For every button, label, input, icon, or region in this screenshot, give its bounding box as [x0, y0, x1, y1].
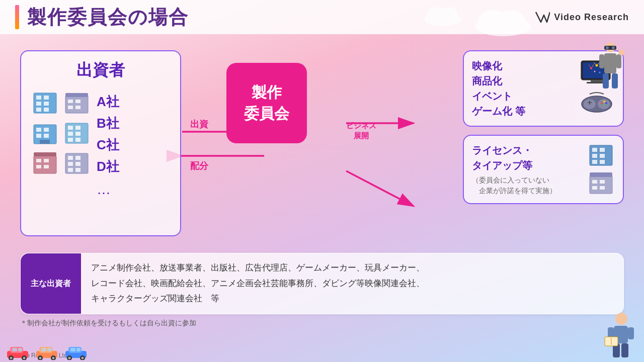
logo-text: Video Research	[554, 12, 629, 23]
svg-rect-24	[75, 106, 80, 109]
svg-point-117	[82, 357, 84, 359]
svg-rect-32	[68, 126, 73, 130]
svg-rect-85	[600, 148, 605, 152]
svg-rect-16	[44, 102, 49, 106]
note-line-2: レコード会社、映画配給会社、アニメ企画会社芸能事務所、ダビング等映像関連会社、	[91, 279, 425, 288]
building-icon-6	[63, 151, 91, 176]
svg-rect-13	[36, 96, 41, 100]
svg-rect-14	[44, 96, 49, 100]
person-icon	[595, 41, 625, 97]
building-icon-2	[63, 90, 91, 116]
company-labels: A社 B社 C社 D社 …	[97, 90, 119, 198]
arrow-label-invest: 出資	[190, 118, 208, 130]
svg-rect-28	[36, 134, 41, 138]
svg-rect-20	[65, 93, 88, 97]
reading-person-icon	[594, 310, 634, 360]
svg-rect-21	[68, 100, 73, 103]
svg-rect-103	[18, 348, 22, 351]
svg-point-109	[52, 357, 55, 359]
svg-rect-22	[75, 100, 80, 103]
arrow-label-distribute: 配分	[190, 160, 208, 172]
footer-note: ＊制作会社が制作依頼を受けるもしくは自ら出資に参加	[20, 319, 196, 328]
svg-rect-119	[76, 348, 80, 351]
logo-icon	[534, 10, 550, 24]
cloud-decoration-2	[423, 4, 463, 26]
svg-rect-19	[65, 96, 88, 113]
svg-rect-23	[68, 106, 73, 109]
svg-rect-33	[75, 126, 80, 130]
svg-rect-15	[36, 102, 41, 106]
svg-rect-34	[68, 132, 73, 136]
main-content: 出資 配分 ビジネス展開 出資者	[20, 40, 624, 352]
svg-rect-88	[592, 160, 597, 164]
svg-point-99	[10, 357, 13, 359]
svg-rect-30	[40, 140, 50, 144]
page-title: 製作委員会の場合	[27, 5, 189, 30]
committee-box: 製作 委員会	[226, 63, 307, 143]
svg-rect-111	[47, 348, 51, 351]
car-icon-2	[34, 344, 59, 360]
arrow-label-biz: ビジネス展開	[346, 121, 376, 140]
right-box-2-title: ライセンス・タイアップ等	[472, 143, 556, 173]
svg-rect-92	[592, 180, 597, 184]
svg-rect-26	[36, 128, 41, 132]
header: 製作委員会の場合 Video Research	[0, 0, 644, 34]
logo-area: Video Research	[534, 10, 629, 24]
svg-rect-49	[68, 168, 73, 172]
svg-rect-86	[592, 154, 597, 158]
svg-rect-91	[590, 172, 612, 177]
svg-rect-38	[34, 156, 56, 173]
svg-point-69	[601, 102, 603, 104]
building-icon-right-2	[587, 171, 615, 196]
svg-point-2	[497, 10, 525, 30]
investors-title: 出資者	[31, 59, 170, 81]
svg-rect-75	[599, 54, 604, 68]
svg-point-72	[603, 101, 605, 103]
svg-point-5	[440, 7, 458, 21]
building-icon-right-1	[587, 143, 615, 168]
svg-point-115	[68, 357, 71, 359]
company-D: D社	[97, 158, 119, 175]
building-icon-5	[31, 151, 59, 176]
svg-rect-77	[603, 73, 609, 88]
title-accent	[15, 5, 19, 29]
person-bottom-right	[594, 310, 634, 362]
svg-rect-45	[68, 156, 73, 160]
svg-point-79	[618, 49, 624, 55]
svg-rect-17	[36, 108, 41, 112]
company-dots: …	[97, 182, 119, 198]
svg-rect-89	[600, 160, 605, 164]
svg-rect-37	[75, 138, 80, 142]
building-icon-3	[31, 121, 59, 146]
svg-rect-84	[592, 148, 597, 152]
investors-box: 出資者	[20, 50, 181, 236]
company-A: A社	[97, 93, 119, 111]
committee-text: 製作 委員会	[244, 82, 289, 124]
svg-rect-43	[34, 152, 56, 156]
note-line-3: キャラクターグッズ関連会社 等	[91, 294, 219, 303]
svg-point-101	[23, 357, 26, 359]
svg-rect-118	[70, 348, 75, 351]
svg-rect-35	[75, 132, 80, 136]
svg-rect-39	[36, 159, 41, 162]
note-label: 主な出資者	[21, 253, 81, 314]
svg-rect-50	[75, 168, 80, 172]
company-C: C社	[97, 136, 119, 154]
svg-point-70	[603, 104, 605, 106]
svg-rect-76	[616, 54, 621, 68]
svg-rect-95	[600, 186, 605, 190]
diagram-area: 出資 配分 ビジネス展開 出資者	[20, 50, 624, 246]
svg-rect-18	[44, 108, 49, 112]
svg-rect-74	[604, 53, 616, 73]
svg-point-120	[615, 313, 627, 325]
svg-rect-40	[44, 159, 49, 162]
right-box-1-title: 映像化商品化イベントゲーム化 等	[472, 58, 525, 119]
right-boxes: 映像化商品化イベントゲーム化 等	[463, 50, 624, 204]
svg-point-107	[39, 357, 42, 359]
svg-point-82	[612, 46, 615, 49]
cloud-decoration-1	[473, 6, 533, 36]
building-icon-4	[63, 121, 91, 146]
note-content: アニメ制作会社、放送事業者、出版社、広告代理店、ゲームメーカー、玩具メーカー、 …	[81, 253, 435, 314]
car-icon-3	[63, 344, 89, 360]
cars-area	[0, 344, 89, 362]
